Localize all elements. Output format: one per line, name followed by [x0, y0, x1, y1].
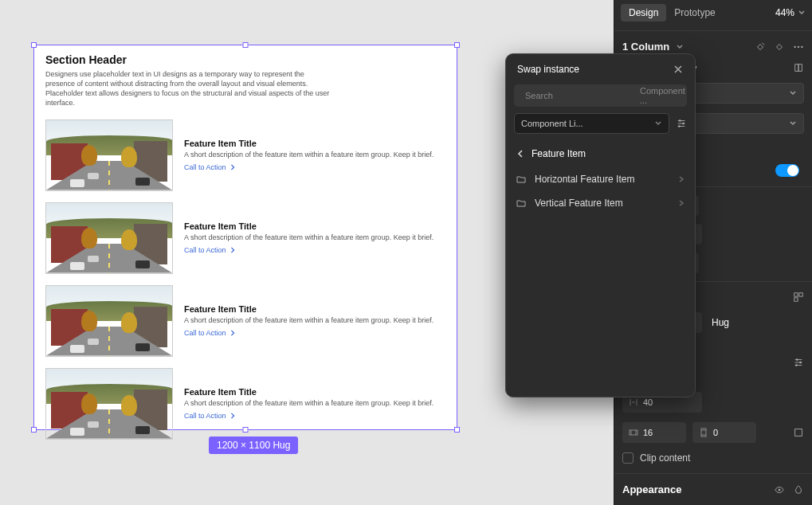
chevron-right-icon	[677, 175, 685, 183]
feature-cta-link[interactable]: Call to Action	[184, 412, 236, 420]
vertical-padding-field[interactable]: 0	[692, 422, 756, 443]
section-header: Section Header	[45, 53, 445, 66]
chevron-right-icon	[229, 164, 236, 170]
svg-point-12	[779, 488, 781, 491]
horizontal-padding-field[interactable]: 16	[622, 422, 686, 443]
close-icon[interactable]	[673, 64, 684, 75]
resize-handle[interactable]	[31, 42, 37, 48]
chevron-right-icon	[677, 199, 685, 207]
svg-point-16	[678, 125, 681, 127]
header-description-toggle[interactable]	[775, 164, 799, 177]
padding-horizontal-icon	[629, 428, 638, 437]
component-option[interactable]: Horizontal Feature Item	[506, 167, 695, 191]
svg-point-2	[801, 45, 802, 47]
feature-title: Feature Item Title	[184, 221, 433, 231]
chevron-right-icon	[229, 330, 236, 336]
feature-image	[45, 202, 173, 274]
search-scope-label: Component ...	[640, 86, 685, 105]
feature-item[interactable]: Feature Item Title A short description o…	[45, 119, 445, 191]
svg-point-0	[794, 45, 795, 47]
chevron-down-icon	[789, 119, 797, 127]
resize-handle[interactable]	[31, 427, 37, 433]
svg-point-1	[798, 45, 799, 47]
blend-icon[interactable]	[793, 484, 804, 495]
book-icon	[793, 62, 804, 73]
popover-title: Swap instance	[517, 64, 579, 75]
svg-point-7	[799, 362, 802, 364]
svg-point-15	[682, 123, 685, 125]
appearance-section-title: Appearance	[622, 483, 681, 495]
eye-icon[interactable]	[774, 484, 785, 495]
search-input[interactable]	[525, 91, 635, 100]
feature-cta-link[interactable]: Call to Action	[184, 246, 236, 254]
swap-instance-icon[interactable]	[774, 41, 785, 53]
settings-sliders-icon[interactable]	[793, 357, 804, 368]
breadcrumb-back[interactable]: Feature Item	[506, 140, 695, 167]
feature-title: Feature Item Title	[184, 139, 433, 148]
feature-description: A short description of the feature item …	[184, 233, 433, 241]
feature-description: A short description of the feature item …	[184, 316, 433, 324]
selected-frame[interactable]: Section Header Designers use placeholder…	[33, 45, 457, 430]
feature-item[interactable]: Feature Item Title A short description o…	[45, 202, 445, 274]
library-dropdown[interactable]: Component Li...	[514, 113, 669, 134]
svg-point-14	[679, 119, 681, 122]
resize-handle[interactable]	[243, 42, 249, 48]
feature-image	[45, 119, 173, 191]
svg-rect-4	[799, 293, 802, 296]
chevron-down-icon	[798, 9, 806, 17]
clip-content-label: Clip content	[640, 452, 690, 464]
chevron-right-icon	[229, 413, 236, 419]
search-field[interactable]: Component ...	[514, 84, 687, 107]
svg-rect-3	[794, 293, 798, 296]
resize-handle[interactable]	[454, 427, 460, 433]
resize-handle[interactable]	[243, 427, 249, 433]
chevron-left-icon	[516, 149, 525, 159]
svg-rect-5	[794, 298, 798, 301]
detach-instance-icon[interactable]	[755, 41, 766, 53]
folder-icon	[516, 198, 527, 209]
chevron-right-icon	[229, 247, 236, 253]
tab-design[interactable]: Design	[621, 4, 666, 22]
feature-title: Feature Item Title	[184, 387, 433, 397]
resize-handle[interactable]	[454, 42, 460, 48]
svg-point-8	[795, 364, 798, 366]
feature-image	[45, 285, 173, 357]
selection-name[interactable]: 1 Column	[622, 41, 669, 53]
component-option[interactable]: Vertical Feature Item	[506, 191, 695, 215]
more-icon[interactable]	[793, 41, 804, 53]
section-description: Designers use placeholder text in UI des…	[45, 69, 332, 108]
chevron-down-icon	[789, 89, 797, 97]
tab-prototype[interactable]: Prototype	[666, 4, 723, 22]
individual-padding-icon[interactable]	[793, 427, 804, 438]
feature-description: A short description of the feature item …	[184, 399, 433, 407]
dimension-badge: 1200 × 1100 Hug	[209, 436, 298, 454]
svg-point-6	[796, 358, 798, 361]
chevron-down-icon[interactable]	[676, 43, 684, 51]
swap-instance-popover: Swap instance Component ... Component Li…	[505, 53, 696, 397]
padding-vertical-icon	[699, 428, 708, 437]
feature-title: Feature Item Title	[184, 304, 433, 314]
autolayout-settings-icon[interactable]	[793, 292, 804, 303]
svg-rect-11	[795, 429, 802, 436]
settings-sliders-icon[interactable]	[676, 118, 687, 129]
feature-item[interactable]: Feature Item Title A short description o…	[45, 285, 445, 357]
feature-cta-link[interactable]: Call to Action	[184, 329, 236, 337]
hug-label[interactable]: Hug	[712, 317, 729, 328]
feature-cta-link[interactable]: Call to Action	[184, 163, 236, 171]
zoom-dropdown[interactable]: 44%	[775, 7, 806, 18]
chevron-down-icon	[654, 119, 662, 127]
feature-description: A short description of the feature item …	[184, 151, 433, 159]
feature-image	[45, 368, 173, 440]
clip-content-checkbox[interactable]	[622, 452, 634, 464]
folder-icon	[516, 174, 527, 185]
gap-icon	[629, 397, 638, 407]
